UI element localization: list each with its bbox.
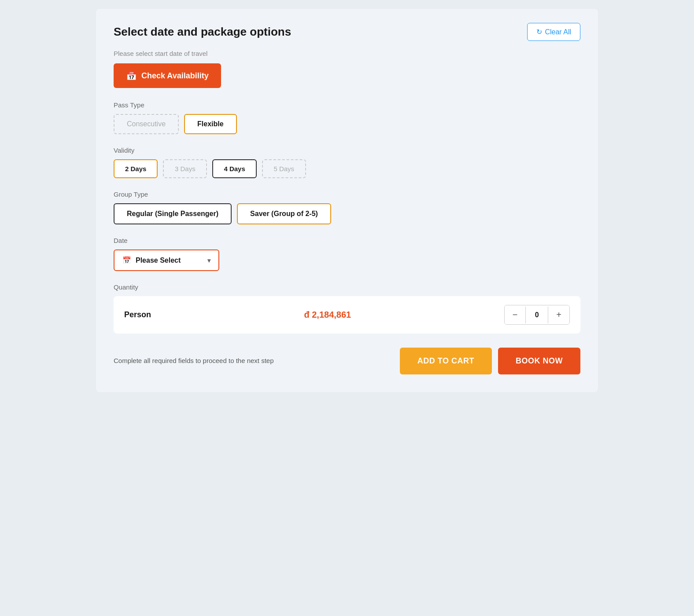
quantity-section: Quantity Person đ 2,184,861 − 0 +: [114, 283, 580, 334]
travel-date-subtitle: Please select start date of travel: [114, 50, 580, 57]
book-now-button[interactable]: BOOK NOW: [498, 348, 580, 374]
refresh-icon: ↻: [536, 28, 542, 36]
quantity-stepper: − 0 +: [504, 305, 570, 325]
quantity-label: Quantity: [114, 283, 580, 291]
price-label: đ 2,184,861: [304, 310, 351, 320]
footer: Complete all required fields to proceed …: [114, 348, 580, 374]
calendar-icon: 📅: [126, 70, 137, 81]
add-to-cart-button[interactable]: ADD TO CART: [400, 348, 492, 374]
page-title: Select date and package options: [114, 25, 291, 39]
pass-type-consecutive[interactable]: Consecutive: [114, 114, 179, 134]
group-type-label: Group Type: [114, 191, 580, 198]
person-label: Person: [124, 310, 151, 319]
stepper-value: 0: [525, 307, 548, 323]
validity-4days[interactable]: 4 Days: [212, 159, 256, 178]
main-container: Select date and package options ↻ Clear …: [96, 9, 598, 392]
footer-buttons: ADD TO CART BOOK NOW: [400, 348, 580, 374]
validity-options: 2 Days 3 Days 4 Days 5 Days: [114, 159, 580, 178]
validity-3days[interactable]: 3 Days: [163, 159, 207, 178]
validity-label: Validity: [114, 147, 580, 154]
validity-2days[interactable]: 2 Days: [114, 159, 158, 178]
clear-all-button[interactable]: ↻ Clear All: [527, 23, 580, 41]
group-type-saver[interactable]: Saver (Group of 2-5): [237, 203, 331, 224]
check-availability-button[interactable]: 📅 Check Availability: [114, 63, 221, 88]
date-dropdown[interactable]: 📅 Please Select ▾: [114, 249, 219, 271]
stepper-decrement[interactable]: −: [505, 305, 526, 324]
pass-type-options: Consecutive Flexible: [114, 114, 580, 134]
validity-5days[interactable]: 5 Days: [262, 159, 306, 178]
pass-type-flexible[interactable]: Flexible: [184, 114, 237, 134]
quantity-row: Person đ 2,184,861 − 0 +: [114, 296, 580, 334]
footer-text: Complete all required fields to proceed …: [114, 356, 274, 366]
date-section: Date 📅 Please Select ▾: [114, 237, 580, 271]
stepper-increment[interactable]: +: [548, 305, 569, 324]
pass-type-section: Pass Type Consecutive Flexible: [114, 101, 580, 134]
validity-section: Validity 2 Days 3 Days 4 Days 5 Days: [114, 147, 580, 178]
date-label: Date: [114, 237, 580, 244]
group-type-options: Regular (Single Passenger) Saver (Group …: [114, 203, 580, 224]
pass-type-label: Pass Type: [114, 101, 580, 109]
group-type-section: Group Type Regular (Single Passenger) Sa…: [114, 191, 580, 224]
header-row: Select date and package options ↻ Clear …: [114, 23, 580, 41]
date-calendar-icon: 📅: [122, 256, 131, 264]
group-type-regular[interactable]: Regular (Single Passenger): [114, 203, 232, 224]
chevron-down-icon: ▾: [207, 257, 210, 264]
